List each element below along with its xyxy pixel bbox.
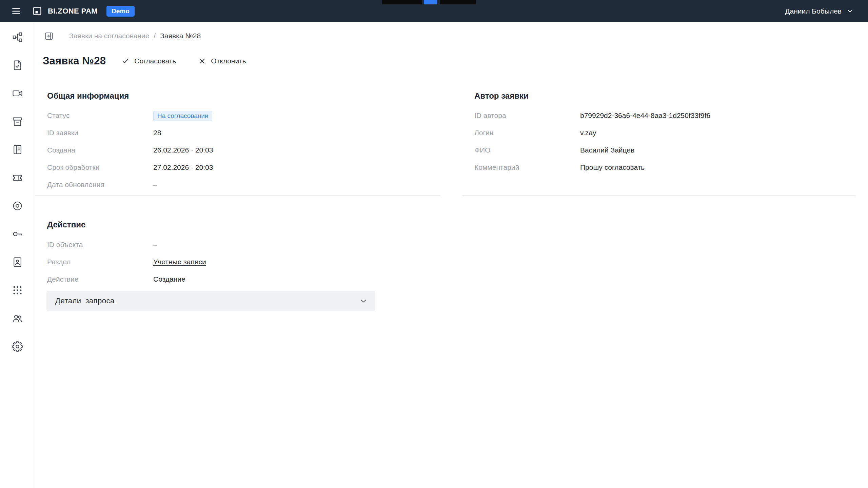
approve-button-label: Согласовать <box>134 57 176 65</box>
field-label: Комментарий <box>474 163 580 171</box>
field-value: – <box>153 180 157 189</box>
info-row-deadline: Срок обработки 27.02.2026 · 20:03 <box>47 163 440 180</box>
field-label: Создана <box>47 146 153 154</box>
sidebar-item-apps[interactable] <box>0 276 35 304</box>
info-row-action: Действие Создание <box>47 275 206 292</box>
section-general-info: Общая информация Статус На согласовании … <box>35 89 440 196</box>
sessions-icon <box>12 88 23 99</box>
user-menu[interactable]: Даниил Бобылев <box>785 7 854 15</box>
key-icon <box>12 228 23 240</box>
field-label: Дата обновления <box>47 180 153 189</box>
field-value: b79929d2-36a6-4e44-8aa3-1d250f33f9f6 <box>580 111 710 120</box>
field-value: 28 <box>153 128 161 137</box>
info-row-fio: ФИО Василий Зайцев <box>474 146 856 163</box>
breadcrumb: Заявки на согласование / Заявка №28 <box>44 28 201 44</box>
section-action: Действие ID объекта – Раздел Учетные зап… <box>47 219 206 292</box>
section-title: Общая информация <box>47 91 440 101</box>
accounts-section-link[interactable]: Учетные записи <box>153 258 206 266</box>
info-row-updated: Дата обновления – <box>47 180 440 198</box>
sidebar-item-resources[interactable] <box>0 107 35 136</box>
sidebar-item-journal[interactable] <box>0 136 35 164</box>
approvals-icon <box>12 60 23 71</box>
section-author: Автор заявки ID автора b79929d2-36a6-4e4… <box>462 89 856 196</box>
field-label: Срок обработки <box>47 163 153 171</box>
ticket-icon <box>12 172 23 183</box>
resources-icon <box>12 116 23 127</box>
info-row-id: ID заявки 28 <box>47 128 440 146</box>
check-icon <box>121 57 130 65</box>
close-icon <box>198 57 206 65</box>
structure-icon <box>12 32 23 43</box>
sidebar-item-tickets[interactable] <box>0 164 35 192</box>
field-value: Прошу согласовать <box>580 163 645 171</box>
user-name: Даниил Бобылев <box>785 7 842 15</box>
section-title: Действие <box>47 219 206 231</box>
breadcrumb-current: Заявка №28 <box>160 32 201 40</box>
apps-icon <box>12 285 23 296</box>
chevron-down-icon <box>846 7 854 15</box>
info-row-login: Логин v.zay <box>474 128 856 146</box>
hamburger-icon <box>11 6 21 16</box>
settings-icon <box>12 341 23 352</box>
users-icon <box>12 313 23 324</box>
request-details-label: Детали запроса <box>55 297 115 305</box>
field-label: ID объекта <box>47 240 153 249</box>
field-value: Василий Зайцев <box>580 146 634 154</box>
field-label: Статус <box>47 111 153 120</box>
field-label: Раздел <box>47 258 153 266</box>
info-row-object-id: ID объекта – <box>47 240 206 258</box>
field-value: 26.02.2026 · 20:03 <box>153 146 213 154</box>
sidebar-item-settings[interactable] <box>0 332 35 361</box>
sidebar-item-users[interactable] <box>0 304 35 332</box>
screen-artifact <box>382 0 422 4</box>
breadcrumb-separator: / <box>154 32 156 40</box>
sidebar-item-reports[interactable] <box>0 248 35 276</box>
info-row-author-id: ID автора b79929d2-36a6-4e44-8aa3-1d250f… <box>474 111 856 128</box>
panel-toggle-icon[interactable] <box>44 32 54 41</box>
screen-artifact <box>440 0 476 4</box>
field-label: Логин <box>474 128 580 137</box>
info-row-section: Раздел Учетные записи <box>47 258 206 275</box>
field-value: – <box>153 240 157 249</box>
page-title: Заявка №28 <box>43 55 106 67</box>
sidebar-item-approvals[interactable] <box>0 51 35 79</box>
brand-title: BI.ZONE PAM <box>48 7 98 16</box>
menu-toggle-button[interactable] <box>9 4 23 18</box>
info-row-status: Статус На согласовании <box>47 111 440 128</box>
info-row-created: Создана 26.02.2026 · 20:03 <box>47 146 440 163</box>
field-label: ID заявки <box>47 128 153 137</box>
chevron-down-icon <box>359 297 368 305</box>
recordings-icon <box>12 200 23 211</box>
journal-icon <box>12 144 23 155</box>
screen-artifact <box>424 0 437 4</box>
field-value: Создание <box>153 275 185 283</box>
sidebar-item-sessions[interactable] <box>0 79 35 107</box>
demo-badge: Demo <box>106 6 135 17</box>
sidebar-item-structure[interactable] <box>0 23 35 51</box>
reject-button[interactable]: Отклонить <box>198 57 246 65</box>
approve-button[interactable]: Согласовать <box>121 57 176 65</box>
breadcrumb-parent-link[interactable]: Заявки на согласование <box>69 32 149 40</box>
field-value: v.zay <box>580 128 596 137</box>
info-row-comment: Комментарий Прошу согласовать <box>474 163 856 180</box>
title-row: Заявка №28 Согласовать Отклонить <box>43 55 246 67</box>
sidebar <box>0 22 35 488</box>
report-icon <box>12 257 23 268</box>
sidebar-item-recordings[interactable] <box>0 192 35 220</box>
request-details-expander[interactable]: Детали запроса <box>46 291 375 311</box>
field-label: ФИО <box>474 146 580 154</box>
status-badge: На согласовании <box>153 111 212 121</box>
sidebar-item-credentials[interactable] <box>0 220 35 248</box>
reject-button-label: Отклонить <box>211 57 246 65</box>
bizone-logo-icon <box>32 6 42 16</box>
field-label: Действие <box>47 275 153 283</box>
field-value: 27.02.2026 · 20:03 <box>153 163 213 171</box>
section-title: Автор заявки <box>474 91 856 101</box>
field-label: ID автора <box>474 111 580 120</box>
